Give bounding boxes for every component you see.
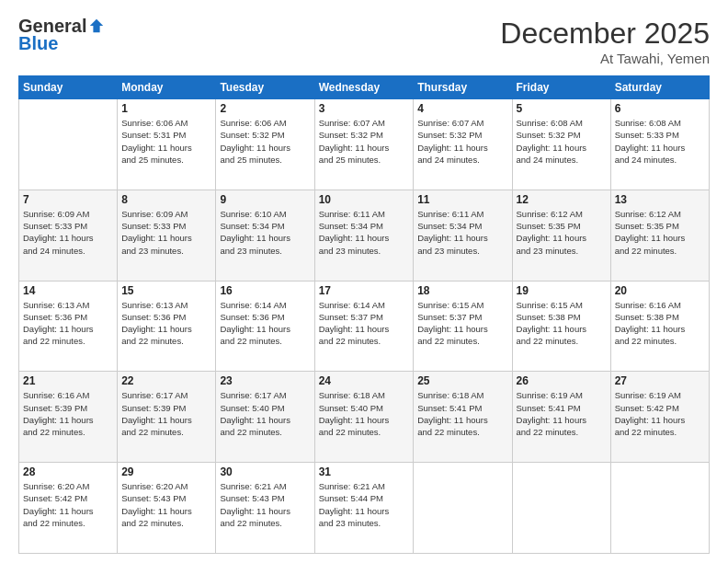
calendar-header: SundayMondayTuesdayWednesdayThursdayFrid… <box>19 76 710 99</box>
day-info: Sunrise: 6:11 AM Sunset: 5:34 PM Dayligh… <box>417 208 507 257</box>
day-number: 26 <box>517 374 607 387</box>
day-number: 14 <box>23 284 113 297</box>
day-number: 7 <box>23 193 113 206</box>
day-number: 24 <box>319 374 410 387</box>
day-header-tuesday: Tuesday <box>216 76 314 99</box>
calendar-cell: 23Sunrise: 6:17 AM Sunset: 5:40 PM Dayli… <box>216 372 314 463</box>
calendar-week-4: 28Sunrise: 6:20 AM Sunset: 5:42 PM Dayli… <box>19 463 710 554</box>
calendar-week-1: 7Sunrise: 6:09 AM Sunset: 5:33 PM Daylig… <box>19 190 710 281</box>
calendar-cell: 5Sunrise: 6:08 AM Sunset: 5:32 PM Daylig… <box>512 99 610 190</box>
day-info: Sunrise: 6:19 AM Sunset: 5:42 PM Dayligh… <box>615 389 705 438</box>
calendar-cell: 26Sunrise: 6:19 AM Sunset: 5:41 PM Dayli… <box>512 372 610 463</box>
day-number: 3 <box>319 102 410 115</box>
day-number: 16 <box>220 284 310 297</box>
day-number: 29 <box>121 465 211 478</box>
calendar-week-2: 14Sunrise: 6:13 AM Sunset: 5:36 PM Dayli… <box>19 281 710 372</box>
calendar-cell: 17Sunrise: 6:14 AM Sunset: 5:37 PM Dayli… <box>314 281 414 372</box>
day-info: Sunrise: 6:06 AM Sunset: 5:32 PM Dayligh… <box>220 117 310 166</box>
calendar-cell <box>610 463 709 554</box>
calendar-cell: 14Sunrise: 6:13 AM Sunset: 5:36 PM Dayli… <box>19 281 118 372</box>
calendar-week-3: 21Sunrise: 6:16 AM Sunset: 5:39 PM Dayli… <box>19 372 710 463</box>
calendar-cell: 24Sunrise: 6:18 AM Sunset: 5:40 PM Dayli… <box>314 372 414 463</box>
calendar-cell <box>19 99 118 190</box>
day-number: 11 <box>417 193 507 206</box>
calendar-cell: 21Sunrise: 6:16 AM Sunset: 5:39 PM Dayli… <box>19 372 118 463</box>
calendar-cell: 30Sunrise: 6:21 AM Sunset: 5:43 PM Dayli… <box>216 463 314 554</box>
day-header-monday: Monday <box>118 76 216 99</box>
day-info: Sunrise: 6:16 AM Sunset: 5:38 PM Dayligh… <box>615 299 705 348</box>
calendar-cell: 16Sunrise: 6:14 AM Sunset: 5:36 PM Dayli… <box>216 281 314 372</box>
day-header-row: SundayMondayTuesdayWednesdayThursdayFrid… <box>19 76 710 99</box>
day-info: Sunrise: 6:21 AM Sunset: 5:43 PM Dayligh… <box>220 480 310 529</box>
day-info: Sunrise: 6:14 AM Sunset: 5:37 PM Dayligh… <box>319 299 410 348</box>
day-number: 19 <box>517 284 607 297</box>
day-info: Sunrise: 6:17 AM Sunset: 5:40 PM Dayligh… <box>220 389 310 438</box>
logo-general-text: General <box>18 17 86 35</box>
day-number: 13 <box>615 193 705 206</box>
calendar: SundayMondayTuesdayWednesdayThursdayFrid… <box>18 75 710 554</box>
calendar-cell <box>512 463 610 554</box>
day-header-friday: Friday <box>512 76 610 99</box>
calendar-week-0: 1Sunrise: 6:06 AM Sunset: 5:31 PM Daylig… <box>19 99 710 190</box>
day-number: 18 <box>417 284 507 297</box>
month-title: December 2025 <box>500 17 710 51</box>
calendar-cell: 29Sunrise: 6:20 AM Sunset: 5:43 PM Dayli… <box>118 463 216 554</box>
day-number: 25 <box>417 374 507 387</box>
day-info: Sunrise: 6:11 AM Sunset: 5:34 PM Dayligh… <box>319 208 410 257</box>
day-number: 17 <box>319 284 410 297</box>
calendar-body: 1Sunrise: 6:06 AM Sunset: 5:31 PM Daylig… <box>19 99 710 554</box>
calendar-cell: 20Sunrise: 6:16 AM Sunset: 5:38 PM Dayli… <box>610 281 709 372</box>
calendar-cell <box>414 463 512 554</box>
location: At Tawahi, Yemen <box>500 51 710 66</box>
day-info: Sunrise: 6:13 AM Sunset: 5:36 PM Dayligh… <box>23 299 113 348</box>
day-number: 6 <box>615 102 705 115</box>
calendar-cell: 19Sunrise: 6:15 AM Sunset: 5:38 PM Dayli… <box>512 281 610 372</box>
calendar-cell: 22Sunrise: 6:17 AM Sunset: 5:39 PM Dayli… <box>118 372 216 463</box>
day-info: Sunrise: 6:13 AM Sunset: 5:36 PM Dayligh… <box>121 299 211 348</box>
day-number: 27 <box>615 374 705 387</box>
calendar-cell: 10Sunrise: 6:11 AM Sunset: 5:34 PM Dayli… <box>314 190 414 281</box>
day-number: 20 <box>615 284 705 297</box>
calendar-cell: 31Sunrise: 6:21 AM Sunset: 5:44 PM Dayli… <box>314 463 414 554</box>
page: General Blue December 2025 At Tawahi, Ye… <box>0 0 728 563</box>
calendar-cell: 11Sunrise: 6:11 AM Sunset: 5:34 PM Dayli… <box>414 190 512 281</box>
day-info: Sunrise: 6:10 AM Sunset: 5:34 PM Dayligh… <box>220 208 310 257</box>
logo-blue-text: Blue <box>18 33 58 53</box>
day-info: Sunrise: 6:12 AM Sunset: 5:35 PM Dayligh… <box>517 208 607 257</box>
day-number: 12 <box>517 193 607 206</box>
calendar-cell: 1Sunrise: 6:06 AM Sunset: 5:31 PM Daylig… <box>118 99 216 190</box>
day-number: 22 <box>121 374 211 387</box>
header: General Blue December 2025 At Tawahi, Ye… <box>18 17 710 66</box>
day-header-saturday: Saturday <box>610 76 709 99</box>
day-number: 1 <box>121 102 211 115</box>
calendar-cell: 25Sunrise: 6:18 AM Sunset: 5:41 PM Dayli… <box>414 372 512 463</box>
calendar-cell: 4Sunrise: 6:07 AM Sunset: 5:32 PM Daylig… <box>414 99 512 190</box>
day-info: Sunrise: 6:15 AM Sunset: 5:38 PM Dayligh… <box>517 299 607 348</box>
logo-icon <box>88 17 105 34</box>
day-info: Sunrise: 6:20 AM Sunset: 5:43 PM Dayligh… <box>121 480 211 529</box>
title-block: December 2025 At Tawahi, Yemen <box>500 17 710 66</box>
day-number: 30 <box>220 465 310 478</box>
day-number: 31 <box>319 465 410 478</box>
day-info: Sunrise: 6:09 AM Sunset: 5:33 PM Dayligh… <box>121 208 211 257</box>
day-number: 8 <box>121 193 211 206</box>
day-number: 23 <box>220 374 310 387</box>
calendar-cell: 18Sunrise: 6:15 AM Sunset: 5:37 PM Dayli… <box>414 281 512 372</box>
day-info: Sunrise: 6:06 AM Sunset: 5:31 PM Dayligh… <box>121 117 211 166</box>
day-number: 4 <box>417 102 507 115</box>
day-number: 21 <box>23 374 113 387</box>
calendar-cell: 15Sunrise: 6:13 AM Sunset: 5:36 PM Dayli… <box>118 281 216 372</box>
calendar-cell: 13Sunrise: 6:12 AM Sunset: 5:35 PM Dayli… <box>610 190 709 281</box>
day-info: Sunrise: 6:08 AM Sunset: 5:33 PM Dayligh… <box>615 117 705 166</box>
day-info: Sunrise: 6:18 AM Sunset: 5:41 PM Dayligh… <box>417 389 507 438</box>
calendar-cell: 9Sunrise: 6:10 AM Sunset: 5:34 PM Daylig… <box>216 190 314 281</box>
calendar-cell: 2Sunrise: 6:06 AM Sunset: 5:32 PM Daylig… <box>216 99 314 190</box>
day-info: Sunrise: 6:14 AM Sunset: 5:36 PM Dayligh… <box>220 299 310 348</box>
day-number: 28 <box>23 465 113 478</box>
day-info: Sunrise: 6:15 AM Sunset: 5:37 PM Dayligh… <box>417 299 507 348</box>
calendar-cell: 8Sunrise: 6:09 AM Sunset: 5:33 PM Daylig… <box>118 190 216 281</box>
calendar-cell: 27Sunrise: 6:19 AM Sunset: 5:42 PM Dayli… <box>610 372 709 463</box>
day-number: 2 <box>220 102 310 115</box>
day-info: Sunrise: 6:07 AM Sunset: 5:32 PM Dayligh… <box>417 117 507 166</box>
calendar-cell: 7Sunrise: 6:09 AM Sunset: 5:33 PM Daylig… <box>19 190 118 281</box>
